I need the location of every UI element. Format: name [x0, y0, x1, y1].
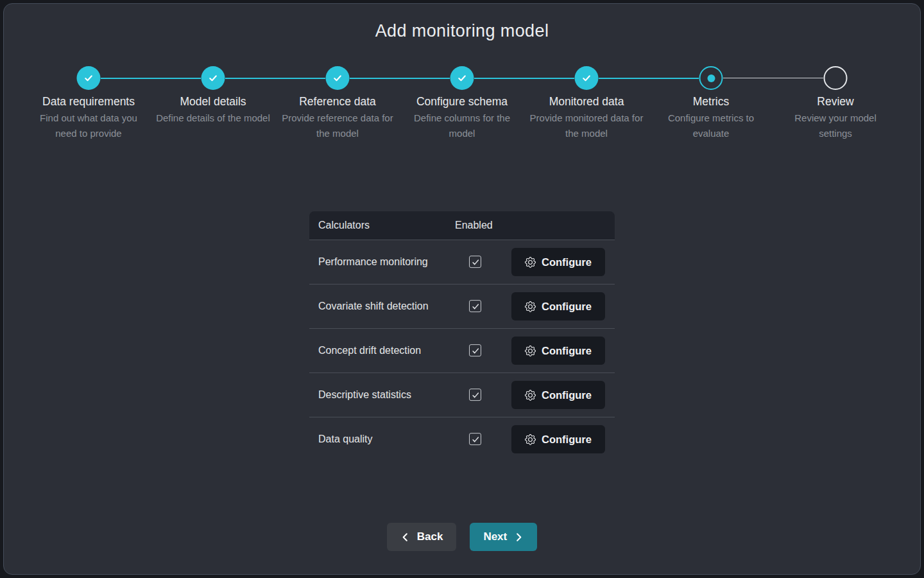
check-icon [581, 72, 593, 84]
enabled-checkbox[interactable] [469, 344, 481, 356]
calculator-name: Data quality [318, 434, 373, 445]
add-monitoring-model-dialog: Add monitoring model Data requirements F… [3, 3, 921, 575]
active-dot [707, 74, 715, 82]
calculator-name: Performance monitoring [318, 256, 428, 268]
gear-icon [525, 301, 536, 312]
stepper: Data requirements Find out what data you… [4, 66, 920, 141]
calculator-name: Descriptive statistics [318, 389, 411, 401]
chevron-left-icon [400, 532, 410, 542]
step-indicator[interactable] [201, 66, 225, 90]
step-description: Find out what data you need to provide [30, 110, 147, 141]
step-reference-data: Reference data Provide reference data fo… [275, 66, 400, 141]
calculator-name: Covariate shift detection [318, 301, 429, 312]
step-description: Define details of the model [156, 110, 270, 126]
configure-button[interactable]: Configure [511, 248, 605, 276]
calculators-table: Calculators Enabled Performance monitori… [309, 211, 615, 461]
step-indicator[interactable] [699, 66, 723, 90]
step-connector-right [474, 78, 524, 79]
step-connector-left [275, 78, 325, 79]
checkbox-check-icon [471, 435, 480, 444]
check-icon [207, 72, 219, 84]
step-label: Review [817, 95, 853, 109]
step-connector-left [400, 78, 450, 79]
gear-icon [525, 346, 536, 356]
enabled-checkbox[interactable] [469, 433, 481, 445]
table-row: Descriptive statistics Configure [309, 372, 615, 417]
step-label: Configure schema [416, 95, 508, 109]
step-track [524, 66, 649, 91]
back-button-label: Back [417, 530, 443, 543]
step-description: Configure metrics to evaluate [653, 110, 769, 141]
column-header-enabled: Enabled [455, 220, 493, 231]
configure-button-label: Configure [542, 345, 592, 357]
step-label: Reference data [299, 95, 376, 109]
table-row: Concept drift detection Configure [309, 328, 615, 372]
step-configure-schema: Configure schema Define columns for the … [400, 66, 524, 141]
table-row: Data quality Configure [309, 417, 615, 461]
calculator-name: Concept drift detection [318, 345, 421, 356]
step-connector-right [599, 78, 649, 79]
step-data-requirements: Data requirements Find out what data you… [26, 66, 151, 141]
step-connector-left [649, 78, 699, 79]
step-description: Provide reference data for the model [279, 110, 396, 141]
enabled-checkbox[interactable] [469, 256, 481, 268]
checkbox-check-icon [471, 258, 480, 267]
checkbox-check-icon [471, 302, 480, 311]
checkbox-check-icon [471, 346, 480, 355]
configure-button-label: Configure [542, 389, 592, 401]
step-review: Review Review your model settings [773, 66, 898, 141]
step-connector-left [151, 78, 201, 79]
step-model-details: Model details Define details of the mode… [151, 66, 275, 141]
step-track [151, 66, 275, 91]
enabled-checkbox[interactable] [469, 389, 481, 401]
step-indicator[interactable] [77, 66, 101, 90]
step-label: Monitored data [549, 95, 624, 109]
enabled-checkbox[interactable] [469, 300, 481, 312]
step-track [275, 66, 400, 91]
step-connector-right [723, 78, 773, 78]
step-metrics: Metrics Configure metrics to evaluate [649, 66, 773, 141]
check-icon [456, 72, 468, 84]
table-header-row: Calculators Enabled [309, 211, 615, 240]
table-row: Covariate shift detection Configure [309, 284, 615, 328]
page-title: Add monitoring model [4, 21, 920, 41]
column-header-calculators: Calculators [318, 220, 370, 231]
step-label: Model details [180, 95, 246, 109]
step-description: Define columns for the model [404, 110, 520, 141]
configure-button-label: Configure [542, 301, 592, 313]
configure-button[interactable]: Configure [511, 337, 605, 365]
gear-icon [525, 257, 536, 268]
step-indicator[interactable] [326, 66, 350, 90]
check-icon [332, 72, 344, 84]
configure-button[interactable]: Configure [511, 381, 605, 409]
checkbox-check-icon [471, 390, 480, 399]
step-indicator[interactable] [575, 66, 599, 90]
gear-icon [525, 434, 536, 445]
step-description: Review your model settings [777, 110, 894, 141]
table-row: Performance monitoring Configure [309, 240, 615, 284]
back-button[interactable]: Back [387, 523, 457, 551]
step-track [649, 66, 773, 91]
step-connector-left [524, 78, 574, 79]
step-track [26, 66, 151, 91]
check-icon [83, 72, 95, 84]
configure-button[interactable]: Configure [511, 292, 605, 320]
step-monitored-data: Monitored data Provide monitored data fo… [524, 66, 649, 141]
step-label: Metrics [693, 95, 729, 109]
chevron-right-icon [514, 532, 524, 542]
step-indicator[interactable] [824, 66, 848, 90]
step-connector-right [225, 78, 275, 79]
step-connector-left [773, 78, 823, 78]
step-connector-right [101, 78, 151, 79]
next-button-label: Next [483, 530, 507, 543]
step-indicator[interactable] [450, 66, 474, 90]
configure-button-label: Configure [542, 434, 592, 446]
step-track [773, 66, 898, 91]
wizard-footer: Back Next [4, 523, 920, 551]
step-track [400, 66, 524, 91]
next-button[interactable]: Next [470, 523, 537, 551]
configure-button[interactable]: Configure [511, 425, 605, 453]
step-connector-right [350, 78, 400, 79]
step-description: Provide monitored data for the model [528, 110, 645, 141]
gear-icon [525, 390, 536, 401]
